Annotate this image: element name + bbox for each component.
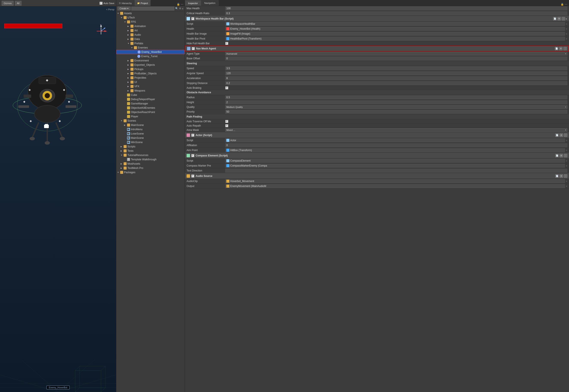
tree-item-scenes[interactable]: ▼Scenes — [116, 119, 185, 123]
tree-item-enemy_turret[interactable]: Enemy_Turret — [116, 54, 185, 58]
tree-item-tutorialresources[interactable]: ▼TutorialResources — [116, 153, 185, 157]
ws-script-value[interactable]: WorldspaceHealthBar — [225, 22, 565, 26]
tree-item-tests[interactable]: ▶Tests — [116, 149, 185, 153]
tree-item-mainscene[interactable]: ▶MainScene — [116, 123, 185, 127]
angular-speed-value[interactable]: 120 — [225, 71, 567, 75]
search-input[interactable] — [131, 7, 174, 11]
audio-enabled-checkbox[interactable] — [191, 174, 194, 178]
tree-item-gamemanager[interactable]: GameManager — [116, 101, 185, 106]
more-icon[interactable]: ⋯ — [181, 3, 183, 6]
tree-item-mainscene2[interactable]: 🎬MainScene — [116, 136, 185, 140]
auto-braking-checkbox[interactable] — [225, 86, 228, 89]
priority-value[interactable]: 50 — [225, 110, 567, 114]
actor-section[interactable]: Actor (Script) 📄 ⚙ ⋮ — [185, 132, 569, 138]
height-value[interactable]: 2 — [225, 100, 567, 104]
tree-item-pickups[interactable]: ▶Pickups — [116, 67, 185, 71]
gizmos-button[interactable]: Gizmos — [2, 1, 14, 6]
tree-item-art[interactable]: ▶Art — [116, 28, 185, 33]
worldspace-gear-icon[interactable]: ⚙ — [557, 17, 561, 20]
tree-item-animation[interactable]: ▶Animation — [116, 24, 185, 28]
tree-item-enemies[interactable]: ▼Enemies — [116, 46, 185, 50]
agent-type-dropdown[interactable]: Humanoid ▾ — [225, 52, 567, 56]
compass-script-value[interactable]: CompassElement — [225, 159, 565, 163]
tree-item-modassets[interactable]: ▶ModAssets — [116, 162, 185, 166]
compass-enabled-checkbox[interactable] — [191, 154, 194, 157]
compass-edit-icon[interactable]: 📄 — [555, 154, 559, 157]
audio-gear-icon[interactable]: ⚙ — [560, 174, 563, 178]
compass-marker-value[interactable]: CompassMarkerEnemy (Compa — [225, 164, 565, 168]
affiliation-value[interactable]: 0 — [225, 143, 567, 147]
tree-item-prefabs[interactable]: ▼Prefabs — [116, 41, 185, 46]
navmesh-enabled-checkbox[interactable] — [192, 47, 195, 50]
tree-item-winscene[interactable]: 🎬WinScene — [116, 140, 185, 144]
tab-navigation[interactable]: Navigation — [201, 0, 219, 6]
acceleration-value[interactable]: 8 — [225, 76, 567, 80]
tab-inspector[interactable]: Inspector — [185, 0, 201, 6]
navmesh-edit-icon[interactable]: 📄 — [555, 47, 558, 50]
actor-edit-icon[interactable]: 📄 — [555, 133, 559, 137]
text-direction-value[interactable] — [225, 169, 567, 173]
compass-more-icon[interactable]: ⋮ — [564, 154, 567, 157]
tree-item-vfx[interactable]: ▶VFX — [116, 84, 185, 88]
options-icon[interactable]: ⚙ — [179, 7, 181, 10]
tree-item-environment[interactable]: ▶Environment — [116, 58, 185, 63]
auto-traverse-checkbox[interactable] — [225, 120, 228, 123]
tab-hierarchy[interactable]: ☰ Hierarchy — [116, 0, 135, 6]
max-health-value[interactable]: 100 — [225, 6, 567, 10]
scene-canvas[interactable]: Y X — [0, 6, 116, 392]
tree-item-scripts[interactable]: ▶Scripts — [116, 144, 185, 149]
tree-item-audio[interactable]: ▶Audio — [116, 33, 185, 37]
tree-item-probuilder_objects[interactable]: ▶ProBuilder_Objects — [116, 71, 185, 76]
compass-section[interactable]: Compass Element (Script) 📄 ⚙ ⋮ — [185, 153, 569, 158]
navmesh-section[interactable]: Nav Mesh Agent 📄 ⚙ ⋮ — [185, 46, 569, 52]
tab-project[interactable]: 📁 Project — [135, 0, 151, 6]
all-filter[interactable]: All — [15, 1, 21, 6]
tree-item-utech[interactable]: ▼UTech — [116, 15, 185, 20]
base-offset-value[interactable]: 0 — [225, 56, 567, 60]
speed-value[interactable]: 3.5 — [225, 66, 567, 70]
tree-item-intromenu[interactable]: 🎬IntroMenu — [116, 127, 185, 132]
worldspace-healthbar-section[interactable]: Worldspace Health Bar (Script) 📄 ⚙ ⋮ ▸ — [185, 16, 569, 22]
aim-point-value[interactable]: HitBox (Transform) — [225, 148, 565, 152]
tree-item-player[interactable]: Player — [116, 114, 185, 119]
hidefull-checkbox[interactable] — [225, 42, 228, 45]
healthbar-pivot-value[interactable]: HealthBarPivot (Transform) — [225, 37, 565, 41]
critical-health-value[interactable]: 0.3 — [225, 11, 567, 15]
tree-item-objectivekillenemies[interactable]: ObjectiveKillEnemies — [116, 106, 185, 110]
tree-item-packages[interactable]: ▼Packages — [116, 170, 185, 174]
tree-item-objectivereachpoint[interactable]: ObjectiveReachPoint — [116, 110, 185, 114]
worldspace-enabled-checkbox[interactable] — [191, 17, 194, 20]
tree-item-losescene[interactable]: 🎬LoseScene — [116, 132, 185, 136]
worldspace-more-icon[interactable]: ⋮ — [562, 17, 565, 20]
worldspace-expand-icon[interactable]: ▸ — [566, 17, 567, 20]
audioclip-value[interactable]: Hoverbot_Movement — [225, 179, 565, 183]
output-value[interactable]: EnemyMovement (MainAudioM — [225, 184, 565, 188]
tree-item-assets[interactable]: ▼Assets — [116, 11, 185, 15]
tree-item-exported_objects[interactable]: ▶Exported_Objects — [116, 63, 185, 67]
worldspace-edit-icon[interactable]: 📄 — [553, 17, 556, 20]
lock-icon[interactable]: 🔒 — [177, 3, 180, 6]
audio-more-icon[interactable]: ⋮ — [564, 174, 567, 178]
tree-item-ui[interactable]: ▶UI — [116, 80, 185, 84]
auto-repath-checkbox[interactable] — [225, 124, 228, 127]
quality-dropdown[interactable]: Medium Quality ▾ — [225, 105, 567, 109]
stopping-distance-value[interactable]: 0.2 — [225, 81, 567, 85]
actor-more-icon[interactable]: ⋮ — [564, 133, 567, 137]
audio-section[interactable]: Audio Source 📄 ⚙ ⋮ — [185, 173, 569, 179]
health-value[interactable]: Enemy_HoverBot (Health) — [225, 27, 565, 31]
tree-item-template_walkthrough[interactable]: ?Template Walkthrough — [116, 157, 185, 162]
healthbar-image-value[interactable]: ImageFill (Image) — [225, 32, 565, 36]
radius-value[interactable]: 0.5 — [225, 95, 567, 99]
tree-item-cube[interactable]: Cube — [116, 93, 185, 97]
navmesh-gear-icon[interactable]: ⚙ — [559, 47, 563, 50]
tree-item-fps[interactable]: ▼FPS — [116, 20, 185, 24]
search-icon[interactable]: 🔍 — [175, 7, 178, 10]
audio-edit-icon[interactable]: 📄 — [555, 174, 559, 178]
area-mask-dropdown[interactable]: Mixed ... ▾ — [225, 128, 567, 132]
actor-enabled-checkbox[interactable] — [191, 134, 194, 137]
inspector-more-icon[interactable]: ⋯ — [565, 3, 567, 6]
actor-script-value[interactable]: Actor — [225, 139, 565, 142]
inspector-lock-icon[interactable]: 🔒 — [561, 3, 564, 6]
create-button[interactable]: Create ▾ — [118, 7, 130, 10]
navmesh-more-icon[interactable]: ⋮ — [563, 47, 567, 50]
